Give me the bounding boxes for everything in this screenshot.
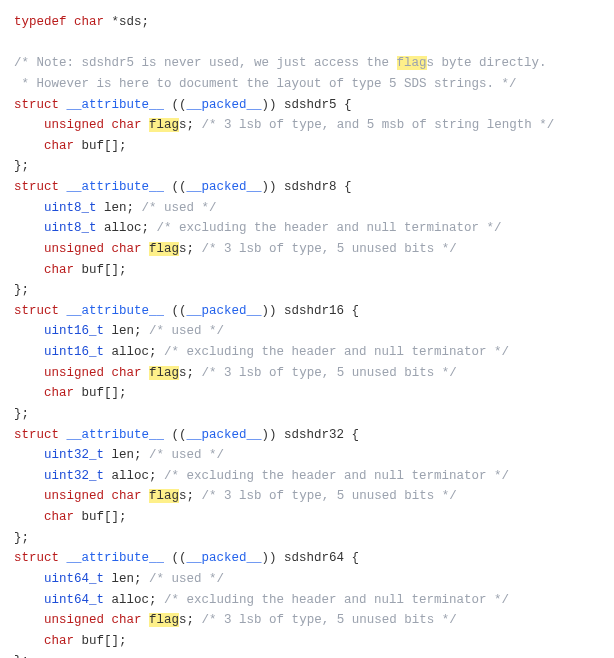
highlight-flag: flag — [397, 56, 427, 70]
kw-typedef: typedef — [14, 15, 67, 29]
struct-name: sdshdr64 { — [284, 551, 359, 565]
struct-name: sdshdr8 { — [284, 180, 352, 194]
highlight-flag: flag — [149, 489, 179, 503]
struct-name: sdshdr32 { — [284, 428, 359, 442]
highlight-flag: flag — [149, 366, 179, 380]
struct-name: sdshdr5 { — [284, 98, 352, 112]
star-sds: *sds; — [112, 15, 150, 29]
comment-note2: * However is here to document the layout… — [14, 77, 517, 91]
kw-char: char — [74, 15, 104, 29]
highlight-flag: flag — [149, 242, 179, 256]
comment-note1: /* Note: sdshdr5 is never used, we just … — [14, 56, 547, 70]
struct-name: sdshdr16 { — [284, 304, 359, 318]
attr: __attribute__ — [67, 98, 165, 112]
comment-flags5: /* 3 lsb of type, and 5 msb of string le… — [202, 118, 555, 132]
highlight-flag: flag — [149, 613, 179, 627]
kw-struct: struct — [14, 98, 59, 112]
highlight-flag: flag — [149, 118, 179, 132]
code-block: typedef char *sds; /* Note: sdshdr5 is n… — [14, 12, 600, 658]
